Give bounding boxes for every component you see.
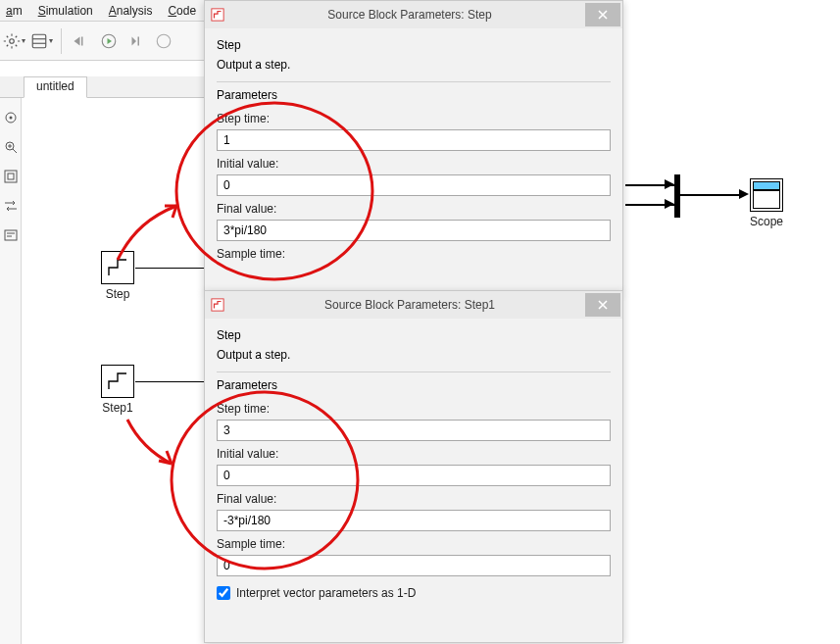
svg-point-10 (157, 34, 171, 48)
dialog-step-parameters: Source Block Parameters: Step Step Outpu… (204, 0, 623, 292)
run-button[interactable] (97, 29, 121, 53)
sample-time-label: Sample time: (217, 537, 611, 551)
dialog-title: Source Block Parameters: Step1 (234, 298, 585, 312)
library-browser-button[interactable]: ▾ (29, 29, 53, 53)
final-value-input[interactable] (217, 220, 611, 241)
final-value-label: Final value: (217, 492, 611, 506)
block-step-label: Step (106, 287, 130, 301)
close-button[interactable] (585, 3, 620, 26)
initial-value-input[interactable] (217, 174, 611, 196)
interpret-vector-label: Interpret vector parameters as 1-D (236, 586, 416, 600)
block-step1[interactable]: Step1 (101, 365, 134, 415)
stop-next-button[interactable] (152, 29, 175, 53)
step-time-input[interactable] (217, 420, 611, 441)
parameters-heading: Parameters (217, 81, 611, 102)
parameters-heading: Parameters (217, 372, 611, 392)
final-value-input[interactable] (217, 510, 611, 531)
svg-rect-22 (212, 9, 223, 21)
menu-analysis[interactable]: Analysis (109, 4, 153, 18)
svg-marker-4 (74, 36, 80, 45)
svg-line-14 (13, 149, 17, 153)
block-mux[interactable] (674, 174, 680, 218)
block-step[interactable]: Step (101, 251, 134, 301)
svg-rect-9 (138, 36, 140, 45)
svg-rect-18 (8, 173, 14, 179)
interpret-vector-checkbox[interactable] (217, 586, 230, 600)
annotation-icon[interactable] (3, 227, 19, 243)
step-back-button[interactable] (70, 29, 93, 53)
menubar: am Simulation Analysis Code (0, 0, 206, 22)
menu-code[interactable]: Code (168, 4, 196, 18)
block-heading: Step (217, 328, 611, 342)
zoom-icon[interactable] (3, 139, 19, 155)
explorer-icon[interactable] (3, 110, 19, 125)
dialog-title: Source Block Parameters: Step (234, 8, 585, 22)
tab-untitled[interactable]: untitled (24, 76, 87, 98)
svg-point-0 (9, 38, 14, 43)
step-time-label: Step time: (217, 402, 611, 416)
close-button[interactable] (585, 293, 620, 317)
palette (0, 98, 22, 644)
block-scope-label: Scope (750, 215, 783, 228)
sample-time-input[interactable] (217, 555, 611, 576)
svg-marker-8 (132, 36, 137, 45)
svg-rect-23 (212, 299, 223, 311)
step-time-input[interactable] (217, 129, 611, 151)
settings-dropdown[interactable]: ▾ (2, 29, 25, 53)
svg-point-12 (9, 117, 12, 120)
swap-icon[interactable] (3, 198, 19, 214)
block-step1-label: Step1 (102, 401, 132, 415)
svg-marker-7 (108, 38, 113, 44)
initial-value-label: Initial value: (217, 447, 611, 461)
step-forward-button[interactable] (124, 29, 148, 53)
block-description: Output a step. (217, 348, 611, 362)
svg-rect-19 (5, 230, 17, 240)
svg-rect-17 (5, 171, 17, 182)
svg-rect-1 (32, 34, 46, 48)
toolbar: ▾ ▾ (0, 22, 206, 61)
dialog-icon (211, 7, 226, 23)
model-tabs: untitled (24, 76, 87, 98)
svg-rect-5 (81, 36, 83, 45)
initial-value-label: Initial value: (217, 157, 611, 171)
final-value-label: Final value: (217, 202, 611, 216)
step-time-label: Step time: (217, 112, 611, 125)
block-heading: Step (217, 38, 611, 52)
block-scope[interactable]: Scope (750, 178, 783, 228)
initial-value-input[interactable] (217, 465, 611, 486)
sample-time-label: Sample time: (217, 247, 611, 261)
dialog-step1-parameters: Source Block Parameters: Step1 Step Outp… (204, 290, 623, 643)
dialog-icon (211, 297, 226, 313)
menu-simulation[interactable]: Simulation (38, 4, 93, 18)
menu-diagram[interactable]: am (6, 4, 23, 18)
fit-icon[interactable] (3, 169, 19, 184)
block-description: Output a step. (217, 58, 611, 72)
